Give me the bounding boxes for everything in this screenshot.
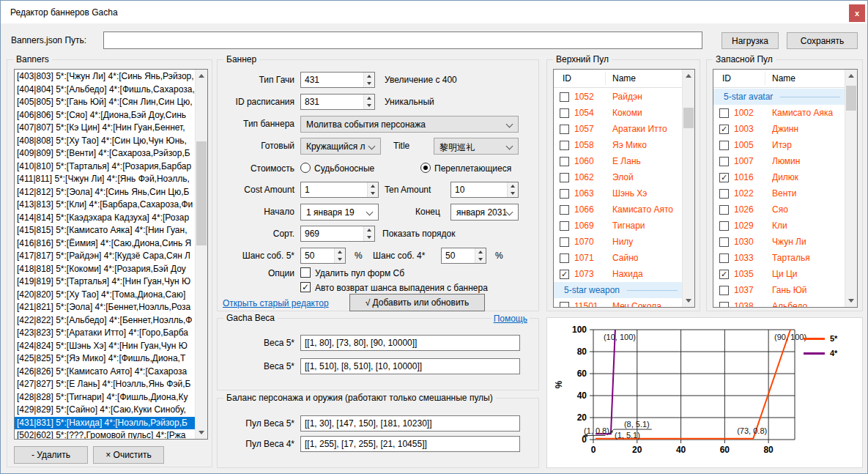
end-date-picker[interactable]: января 2031 [450, 204, 519, 221]
banner-list-item[interactable]: [431|831] 5*:[Нахида] 4*:[Ноэлль,Рэйзор,… [15, 417, 195, 430]
pool-row[interactable]: 1033Тарталья [713, 250, 845, 266]
pool-row[interactable]: 11501Меч Сокола [554, 298, 682, 307]
add-or-update-button[interactable]: √ Добавить или обновить [349, 294, 485, 311]
weights4-input[interactable]: [[1, 510], [8, 510], [10, 10000]] [300, 358, 520, 374]
scroll-up-icon[interactable] [196, 70, 207, 82]
pool-row[interactable]: 1038Альбедо [713, 298, 845, 307]
spin-down-icon[interactable] [364, 80, 374, 87]
scroll-down-icon[interactable] [683, 295, 694, 307]
banner-list-item[interactable]: [429|829] 5*:[Сайно] 4*:[Саю,Куки Синобу… [15, 404, 195, 417]
banner-list-item[interactable]: [419|819] 5*:[Тарталья] 4*:[Нин Гуан,Чун… [15, 275, 195, 289]
schedule-id-stepper[interactable]: 831 [300, 94, 375, 110]
pool-row-checkbox[interactable]: ✓ [560, 270, 569, 279]
pool-row-checkbox[interactable] [560, 92, 569, 102]
banners-listbox[interactable]: [403|803] 5*:[Чжун Ли] 4*:[Синь Янь,Рэйз… [14, 69, 208, 440]
pool-row-checkbox[interactable] [560, 302, 569, 308]
pool-row[interactable]: 1066Камисато Аято [554, 201, 682, 218]
pool-row-checkbox[interactable] [560, 173, 569, 182]
save-button[interactable]: Сохранять [787, 32, 858, 49]
scroll-down-icon[interactable] [845, 295, 857, 307]
banner-list-item[interactable]: [403|803] 5*:[Чжун Ли] 4*:[Синь Янь,Рэйз… [15, 70, 195, 84]
pool-row-checkbox[interactable] [719, 157, 729, 166]
spin-down-icon[interactable] [364, 234, 374, 241]
scrollbar-thumb[interactable] [846, 86, 856, 111]
banner-list-item[interactable]: [411|811] 5*:[Чжун Ли] 4*:[Янь Фэй,Ноэлл… [15, 173, 195, 186]
banner-list-item[interactable]: [416|816] 5*:[Ёимия] 4*:[Саю,Диона,Синь … [15, 237, 195, 251]
help-link[interactable]: Помощь [492, 314, 530, 324]
start-date-picker[interactable]: 1 января 19 [300, 204, 379, 221]
pool-row-checkbox[interactable] [560, 125, 569, 134]
spin-up-icon[interactable] [364, 95, 374, 102]
banner-list-item[interactable]: [415|815] 5*:[Камисато Аяка] 4*:[Нин Гуа… [15, 224, 195, 237]
spin-up-icon[interactable] [364, 226, 374, 234]
pool-row-checkbox[interactable] [719, 108, 729, 118]
banner-list-item[interactable]: [423|823] 5*:[Аратаки Итто] 4*:[Горо,Бар… [15, 327, 195, 340]
upper-pool-list[interactable]: ID Name 1052Райдэн1054Кокоми1057Аратаки … [553, 69, 695, 308]
pool-row[interactable]: 1060Е Лань [554, 153, 682, 169]
pool-row[interactable]: 1069Тигнари [554, 218, 682, 234]
pool-weights5-input[interactable]: [[1, 30], [147, 150], [181, 10230]] [300, 415, 520, 432]
banner-list-item[interactable]: [502|602] 5*:[???,Громовой пульс] 4*:[Рж… [15, 429, 195, 439]
scroll-up-icon[interactable] [845, 70, 857, 82]
banner-list-item[interactable]: [418|818] 5*:[Кокоми] 4*:[Розария,Бэй До… [15, 263, 195, 276]
banner-list-item[interactable]: [426|826] 5*:[Камисато Аято] 4*:[Сахароз… [15, 366, 195, 379]
load-button[interactable]: Нагрузка [722, 32, 779, 49]
pool-row[interactable]: 1058Яэ Мико [554, 137, 682, 153]
banner-list-item[interactable]: [425|825] 5*:[Яэ Мико] 4*:[Фишль,Диона,Т [15, 352, 195, 366]
pool-row-checkbox[interactable] [560, 141, 569, 150]
spin-up-icon[interactable] [368, 182, 378, 190]
pool-row-checkbox[interactable] [719, 221, 729, 231]
spin-down-icon[interactable] [335, 256, 345, 263]
ten-amount-stepper[interactable]: 10 [450, 182, 519, 198]
scrollbar-thumb[interactable] [196, 141, 207, 245]
pool-row[interactable]: 1057Аратаки Итто [554, 121, 682, 137]
banner-list-item[interactable]: [428|828] 5*:[Тигнари] 4*:[Фишль,Диона,К… [15, 391, 195, 404]
pool-weights4-input[interactable]: [[1, 255], [17, 255], [21, 10455]] [300, 436, 520, 452]
remove-pool-checkbox[interactable] [300, 267, 311, 278]
banner-list-item[interactable]: [422|822] 5*:[Альбедо] 4*:[Беннет,Ноэлль… [15, 314, 195, 327]
weights5-input[interactable]: [[1, 80], [73, 80], [90, 10000]] [300, 335, 520, 351]
banners-scrollbar[interactable] [195, 70, 207, 439]
banner-list-item[interactable]: [414|814] 5*:[Каэдэхара Кадзуха] 4*:[Роз… [15, 212, 195, 225]
banner-list-item[interactable]: [417|817] 5*:[Райдэн] 4*:[Кудзё Сара,Сян… [15, 250, 195, 263]
scroll-down-icon[interactable] [196, 426, 207, 439]
banner-list-item[interactable]: [420|820] 5*:[Ху Тао] 4*:[Тома,Диона,Саю… [15, 289, 195, 302]
banner-list-item[interactable]: [413|813] 5*:[Кли] 4*:[Барбара,Сахароза,… [15, 199, 195, 212]
delete-banner-button[interactable]: - Удалить [14, 446, 88, 464]
spin-down-icon[interactable] [364, 102, 374, 109]
pool-row-checkbox[interactable]: ✓ [719, 125, 729, 134]
pool-row[interactable]: ✓1003Джинн [713, 121, 845, 137]
pool-row-checkbox[interactable] [560, 237, 569, 247]
pool-row-checkbox[interactable] [719, 302, 729, 308]
pool-row-checkbox[interactable] [719, 205, 729, 215]
banners-json-path-input[interactable] [103, 32, 702, 49]
spin-down-icon[interactable] [368, 190, 378, 197]
pool-row[interactable]: 1071Сайно [554, 250, 682, 266]
pool-row[interactable]: 1063Шэнь Хэ [554, 185, 682, 201]
pool-row-checkbox[interactable]: ✓ [719, 173, 729, 182]
banner-type-select[interactable]: Молитва события персонажа [300, 116, 519, 133]
banner-list-item[interactable]: [408|808] 5*:[Ху Тао] 4*:[Син Цю,Чун Юнь… [15, 135, 195, 148]
prefab-select[interactable]: Кружащийся л [300, 138, 381, 155]
pool-row-checkbox[interactable] [560, 108, 569, 118]
title-bar[interactable]: Редактор баннеров Gacha x [1, 1, 867, 23]
spin-up-icon[interactable] [475, 248, 486, 256]
pool-row[interactable]: 1022Венти [713, 185, 845, 201]
spin-up-icon[interactable] [508, 182, 518, 190]
pool-row[interactable]: ✓1073Нахида [554, 266, 682, 282]
spin-down-icon[interactable] [508, 190, 518, 197]
pool-row-checkbox[interactable] [719, 253, 729, 263]
spin-up-icon[interactable] [335, 248, 345, 256]
banner-list-item[interactable]: [407|807] 5*:[Кэ Цин] 4*:[Нин Гуан,Бенне… [15, 122, 195, 135]
banner-list-item[interactable]: [421|821] 5*:[Эола] 4*:[Беннет,Ноэлль,Ро… [15, 301, 195, 314]
upper-pool-scrollbar[interactable] [682, 70, 694, 307]
scrollbar-thumb[interactable] [683, 108, 694, 128]
pool-row[interactable]: 1030Чжун Ли [713, 234, 845, 250]
sort-stepper[interactable]: 969 [300, 226, 375, 242]
gacha-type-stepper[interactable]: 431 [300, 72, 375, 88]
spin-up-icon[interactable] [364, 73, 374, 80]
pool-row[interactable]: 1037Гань Юй [713, 282, 845, 298]
chance4-stepper[interactable]: 50 [441, 248, 486, 264]
pool-row-checkbox[interactable]: ✓ [719, 270, 729, 279]
banner-list-item[interactable]: [404|804] 5*:[Альбедо] 4*:[Фишль,Сахароз… [15, 84, 195, 97]
